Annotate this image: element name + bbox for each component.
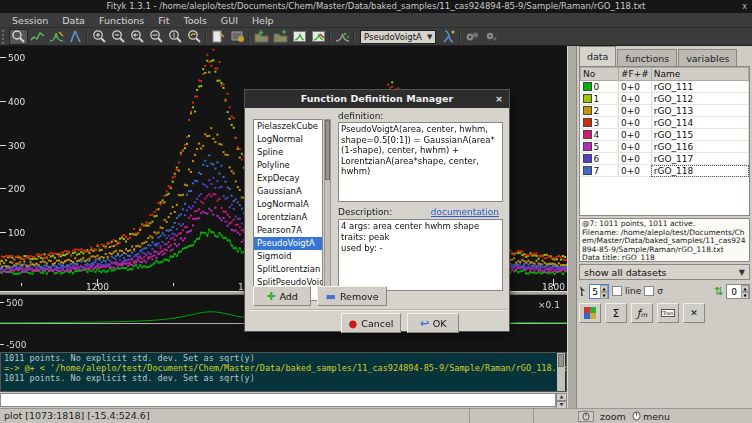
transform-button[interactable]: Tran (657, 303, 679, 323)
function-list-item[interactable]: LogNormalA (254, 198, 322, 211)
output-console[interactable]: 1011 points. No explicit std. dev. Set a… (0, 352, 567, 392)
zoom-vertical-button[interactable] (166, 29, 185, 45)
table-row[interactable]: 00+0rGO_111 (581, 81, 749, 93)
point-size-value: 5 (590, 285, 600, 298)
table-row[interactable]: 60+0rGO_117 (581, 153, 749, 165)
zoom-mode-button[interactable] (9, 29, 28, 45)
activate-data-mode-button[interactable] (66, 29, 85, 45)
function-list-item[interactable]: Spline (254, 146, 322, 159)
tab-variables[interactable]: variables (678, 49, 737, 66)
spin-up-icon[interactable]: ▲ (741, 285, 749, 292)
functions-button[interactable]: ƒₘ (631, 303, 653, 323)
function-list-scrollbar[interactable] (324, 119, 331, 301)
point-size-spinner[interactable]: 5 ▲▼ (589, 284, 609, 299)
function-list-item[interactable]: GaussianA (254, 185, 322, 198)
definition-textarea[interactable]: PseudoVoigtA(area, center, hwhm, shape=0… (338, 122, 503, 202)
menu-data[interactable]: Data (56, 15, 91, 26)
sidebar-splitter[interactable] (567, 46, 577, 408)
command-input[interactable] (0, 393, 556, 407)
menu-gui[interactable]: GUI (215, 15, 244, 26)
cancel-button[interactable]: ● Cancel (341, 313, 401, 333)
documentation-link[interactable]: documentation (431, 207, 499, 217)
zoom-all-icon (187, 29, 202, 44)
zoom-horizontal-button[interactable] (147, 29, 166, 45)
menu-session[interactable]: Session (6, 15, 54, 26)
table-row[interactable]: 40+0rGO_115 (581, 129, 749, 141)
delete-button[interactable]: ✕ (683, 303, 705, 323)
function-definition-manager-dialog: Function Definition Manager × PielaszekC… (244, 89, 510, 332)
gui-config-button[interactable] (228, 29, 247, 45)
append-data-button[interactable] (271, 29, 290, 45)
menu-help[interactable]: Help (246, 15, 280, 26)
zoom-out-button[interactable] (109, 29, 128, 45)
edit-init-script-button[interactable] (209, 29, 228, 45)
tab-functions[interactable]: functions (617, 49, 677, 66)
save-session-button[interactable] (290, 29, 309, 45)
scrollbar-thumb[interactable] (558, 354, 564, 367)
dataset-color-swatch (583, 142, 592, 151)
data-range-mode-button[interactable] (28, 29, 47, 45)
lambda-star-icon (441, 29, 456, 44)
add-peak-mode-button[interactable] (47, 29, 66, 45)
table-row[interactable]: 30+0rGO_114 (581, 117, 749, 129)
description-args: 4 args: area center hwhm shape (341, 221, 500, 232)
scrollbar-thumb[interactable] (325, 120, 330, 180)
function-type-combobox[interactable]: PseudoVoigtA ▼ (360, 30, 436, 44)
ok-button[interactable]: ↪ OK (407, 313, 459, 333)
zoom-in-button[interactable] (90, 29, 109, 45)
function-list-item[interactable]: LogNormal (254, 133, 322, 146)
window-close-button[interactable]: x (742, 0, 747, 13)
function-list-item-selected[interactable]: PseudoVoigtA (254, 237, 322, 250)
function-list-item[interactable]: Pearson7A (254, 224, 322, 237)
dataset-table[interactable]: No #F+# Name 00+0rGO_111 10+0rGO_112 20+… (579, 66, 750, 216)
column-header-f[interactable]: #F+# (619, 68, 652, 81)
auto-add-peak-button[interactable] (333, 29, 352, 45)
menu-functions[interactable]: Functions (93, 15, 150, 26)
function-list-item[interactable]: SplitLorentzian (254, 263, 322, 276)
function-list-item[interactable]: ExpDecay (254, 172, 322, 185)
spin-up-icon[interactable]: ▲ (600, 285, 608, 292)
colors-button[interactable] (579, 303, 601, 323)
table-row-selected[interactable]: 70+0rGO_118 (581, 165, 749, 177)
column-header-no[interactable]: No (581, 68, 619, 81)
spin-down-icon[interactable]: ▼ (741, 292, 749, 299)
strip-background-button[interactable] (463, 29, 482, 45)
dialog-titlebar[interactable]: Function Definition Manager × (245, 90, 509, 108)
console-command-line: =-> @+ < '/home/aleplo/test/Documents/Ch… (1, 363, 566, 373)
function-list-item[interactable]: Sigmoid (254, 250, 322, 263)
statusbar-config-button[interactable] (578, 411, 594, 422)
console-scrollbar[interactable] (557, 353, 565, 391)
spin-up-icon[interactable]: ▲ (556, 393, 567, 401)
window-title: Fityk 1.3.1 - /home/aleplo/test/Document… (107, 1, 646, 11)
sigma-checkbox[interactable] (644, 286, 654, 296)
window-titlebar[interactable]: Fityk 1.3.1 - /home/aleplo/test/Document… (0, 0, 752, 13)
zoom-prev-button[interactable] (128, 29, 147, 45)
function-list-item[interactable]: LorentzianA (254, 211, 322, 224)
load-data-button[interactable] (252, 29, 271, 45)
table-row[interactable]: 50+0rGO_116 (581, 141, 749, 153)
add-button[interactable]: ✚ Add (253, 286, 311, 306)
toolbar-drag-handle[interactable] (2, 30, 7, 44)
function-list[interactable]: PielaszekCube LogNormal Spline Polyline … (253, 119, 323, 301)
table-row[interactable]: 10+0rGO_112 (581, 93, 749, 105)
remove-button[interactable]: ▬ Remove (317, 286, 387, 306)
dataset-filter-combobox[interactable]: show all datasets ▼ (579, 264, 750, 280)
spin-down-icon[interactable]: ▼ (600, 292, 608, 299)
shift-spinner[interactable]: 0 ▲▼ (726, 284, 750, 299)
mouse-hint-right: menu (643, 411, 670, 422)
tab-data[interactable]: data (579, 46, 616, 66)
clear-background-button[interactable] (482, 29, 501, 45)
add-function-button[interactable] (439, 29, 458, 45)
menu-tools[interactable]: Tools (177, 15, 212, 26)
save-session-as-button[interactable] (309, 29, 328, 45)
function-list-item[interactable]: Polyline (254, 159, 322, 172)
menu-fit[interactable]: Fit (152, 15, 175, 26)
column-header-name[interactable]: Name (651, 68, 748, 81)
sum-button[interactable]: Σ (605, 303, 627, 323)
line-checkbox[interactable] (612, 286, 622, 296)
table-row[interactable]: 20+0rGO_113 (581, 105, 749, 117)
function-list-item[interactable]: PielaszekCube (254, 120, 322, 133)
dialog-close-button[interactable]: × (495, 90, 503, 108)
zoom-all-button[interactable] (185, 29, 204, 45)
command-history-spinner[interactable]: ▲▼ (556, 393, 567, 407)
